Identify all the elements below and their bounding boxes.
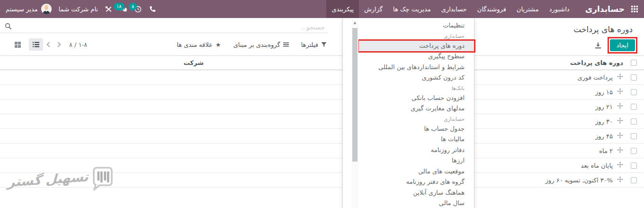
favorites-button[interactable]: ★ علاقه مندی ها	[177, 41, 221, 48]
app-title[interactable]: حسابداری	[585, 4, 625, 14]
search-icon[interactable]	[5, 23, 12, 32]
topbar-menu-item[interactable]: حسابداری	[436, 0, 472, 18]
dropdown-scrollbar[interactable]: ▲	[351, 19, 358, 208]
messages-badge: ۱۸	[114, 3, 125, 10]
activities-badge: ۸	[129, 3, 137, 10]
drag-handle-icon[interactable]	[617, 162, 623, 169]
row-label: ۲ ماه	[599, 147, 613, 154]
row-label: پایان ماه بعد	[581, 162, 613, 169]
breadcrumb: دوره های پرداخت	[573, 25, 633, 34]
row-label: ۴۵ روز	[595, 133, 613, 140]
select-all-checkbox[interactable]	[631, 60, 637, 66]
topbar-menu-item[interactable]: فروشندگان	[472, 0, 511, 18]
topbar-menu-item[interactable]: پیکربندی	[326, 0, 358, 18]
pager-counter: ۸ / ۱-۸	[69, 41, 87, 48]
row-checkbox-cell	[623, 163, 644, 169]
drag-handle-icon[interactable]	[617, 73, 623, 81]
config-menu-item[interactable]: حسابداری	[359, 114, 474, 124]
config-menu-item[interactable]: مدلهای مغایرت گیری	[359, 103, 474, 114]
table-row[interactable]: ۲ ماه	[0, 144, 644, 158]
search-input[interactable]: جستجو...	[0, 22, 328, 33]
topbar: حسابداری داشبورد مشتریان فروشندگان حسابد…	[0, 0, 644, 18]
user-menu[interactable]: مدیر سیستم	[6, 4, 52, 14]
scrollbar-thumb[interactable]	[352, 28, 358, 162]
topbar-menu-item[interactable]: مشتریان	[511, 0, 544, 18]
config-menu-item[interactable]: افزودن حساب بانکی	[359, 93, 474, 104]
company-column-header[interactable]: شرکت	[0, 59, 204, 66]
table-header-row: دوره های پرداخت شرکت	[0, 55, 644, 70]
activities-clock-icon[interactable]: ۸	[134, 6, 142, 13]
systray: ۸ ۱۸ نام شرکت شما	[0, 0, 156, 18]
config-menu-item[interactable]: کد درون کشوری	[359, 72, 474, 83]
group-by-button[interactable]: گروه‌بندی بر مبنای	[233, 41, 289, 48]
pager-next-icon[interactable]	[55, 42, 61, 47]
search-option-buttons: فیلترها گروه‌بندی بر مبنای ★ علاقه مندی …	[177, 41, 328, 48]
table-row[interactable]: ۴۵ روز	[0, 129, 644, 144]
row-checkbox-cell	[623, 177, 644, 183]
table-row[interactable]: پایان ماه بعد	[0, 158, 644, 173]
config-menu-item[interactable]: دوره های پرداخت	[359, 41, 474, 52]
accounting-app-screen: حسابداری داشبورد مشتریان فروشندگان حسابد…	[0, 0, 644, 208]
tools-icon[interactable]	[105, 6, 112, 13]
kanban-view-button[interactable]	[10, 38, 25, 51]
config-menu-item[interactable]: تنظیمات	[359, 20, 474, 31]
drag-handle-icon[interactable]	[617, 132, 623, 140]
topbar-menu-item[interactable]: مدیریت چک ها	[388, 0, 436, 18]
config-menu-item[interactable]: ارزها	[359, 155, 474, 166]
config-menu-item[interactable]: سال مالی	[359, 198, 474, 208]
config-menu-item[interactable]: دفاتر روزنامه	[359, 145, 474, 156]
table-row[interactable]: ۱۵ روز	[0, 85, 644, 99]
row-checkbox[interactable]	[631, 133, 637, 139]
topbar-menu-item[interactable]: داشبورد	[544, 0, 575, 18]
drag-handle-icon[interactable]	[617, 103, 623, 110]
config-menu-item[interactable]: هماهنگ سازی آنلاین	[359, 188, 474, 199]
apps-grid-icon[interactable]	[631, 6, 638, 12]
control-panel-actions: ایجاد	[595, 37, 637, 54]
payment-terms-list: دوره های پرداخت شرکت پرداخت فوری	[0, 55, 644, 188]
config-menu-item[interactable]: سطوح پیگیری	[359, 51, 474, 62]
table-row[interactable]: ۲۱ روز	[0, 99, 644, 114]
config-menu-item[interactable]: مالیات ها	[359, 134, 474, 145]
topbar-menu-item[interactable]: گزارش	[359, 0, 388, 18]
config-menu-item[interactable]: موقعیت های مالی	[359, 166, 474, 177]
config-menu-item[interactable]: بانک‌ها	[359, 83, 474, 93]
pager-previous-icon[interactable]	[46, 42, 52, 47]
row-checkbox[interactable]	[631, 89, 637, 95]
search-placeholder: جستجو...	[301, 24, 325, 31]
table-row[interactable]: ۳۰ روز	[0, 114, 644, 129]
topbar-menu: داشبورد مشتریان فروشندگان حسابداری مدیری…	[326, 0, 574, 18]
drag-handle-icon[interactable]	[617, 118, 623, 125]
row-checkbox[interactable]	[631, 104, 637, 110]
phone-icon[interactable]	[149, 6, 156, 13]
topbar-right-group: حسابداری داشبورد مشتریان فروشندگان حسابد…	[326, 0, 644, 18]
row-checkbox-cell	[623, 74, 644, 81]
filters-button[interactable]: فیلترها	[301, 41, 327, 48]
config-menu-item[interactable]: شرایط و استانداردهای بین المللی	[359, 62, 474, 73]
list-view-button[interactable]	[29, 38, 43, 51]
drag-handle-icon[interactable]	[617, 176, 623, 184]
config-menu-item[interactable]: جدول حساب ها	[359, 124, 474, 135]
scrollbar-up-icon[interactable]: ▲	[351, 19, 358, 25]
messages-chat-icon[interactable]: ۱۸	[119, 6, 127, 12]
drag-handle-icon[interactable]	[617, 147, 623, 154]
row-checkbox-cell	[623, 148, 644, 154]
table-row[interactable]: ۳۰% اکنون, تسویه ۶۰ روز	[0, 173, 644, 188]
row-checkbox[interactable]	[631, 177, 637, 183]
pager-and-views: ۸ / ۱-۸	[0, 38, 87, 51]
config-menu-item[interactable]: حسابداری	[359, 31, 474, 41]
row-checkbox[interactable]	[631, 148, 637, 154]
search-options-row: فیلترها گروه‌بندی بر مبنای ★ علاقه مندی …	[0, 38, 328, 51]
row-label: ۳۰% اکنون, تسویه ۶۰ روز	[546, 177, 613, 184]
drag-handle-icon[interactable]	[617, 88, 623, 96]
row-checkbox[interactable]	[631, 163, 637, 169]
row-checkbox[interactable]	[631, 118, 637, 125]
row-label: پرداخت فوری	[577, 74, 613, 81]
company-switcher[interactable]: نام شرکت شما	[59, 6, 98, 13]
config-menu-item[interactable]: گروه های دفتر روزنامه	[359, 177, 474, 188]
row-checkbox[interactable]	[631, 74, 637, 81]
user-avatar	[41, 4, 52, 14]
export-download-icon[interactable]	[595, 42, 601, 49]
create-button[interactable]: ایجاد	[610, 39, 635, 51]
table-row[interactable]: پرداخت فوری	[0, 70, 644, 85]
kanban-grid-icon	[15, 42, 21, 48]
